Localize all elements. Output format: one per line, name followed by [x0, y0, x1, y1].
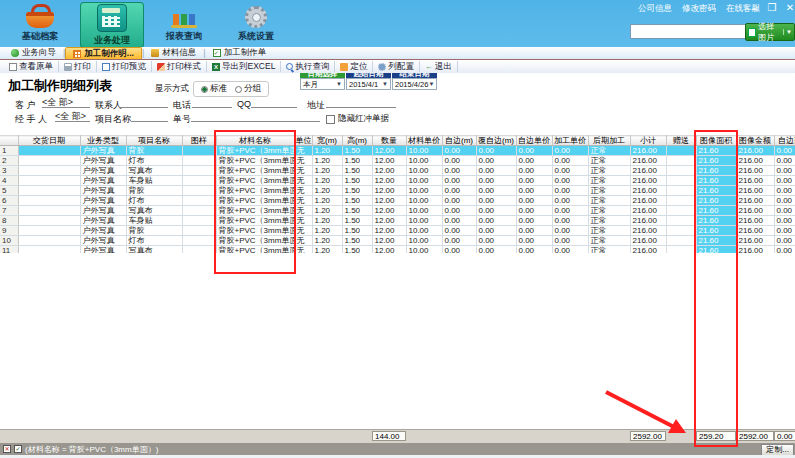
- main-nav-item-2[interactable]: 报表查询: [152, 2, 216, 48]
- cell[interactable]: 0.00: [516, 146, 552, 156]
- cell[interactable]: 正常: [588, 226, 630, 236]
- cell[interactable]: 无: [294, 146, 312, 156]
- cell[interactable]: 正常: [588, 156, 630, 166]
- phone-field[interactable]: [192, 96, 232, 108]
- column-header-18[interactable]: 图像面积: [696, 136, 736, 146]
- cell[interactable]: 背胶: [126, 186, 182, 196]
- radio-grouped[interactable]: 分组: [235, 83, 261, 95]
- cell[interactable]: 12.00: [372, 206, 406, 216]
- cell[interactable]: [18, 156, 80, 166]
- cell[interactable]: 21.60: [696, 226, 736, 236]
- cell[interactable]: 正常: [588, 246, 630, 254]
- cell[interactable]: 11: [0, 246, 18, 254]
- cell[interactable]: 正常: [588, 146, 630, 156]
- cell[interactable]: [18, 186, 80, 196]
- cell[interactable]: 216.00: [736, 236, 774, 246]
- toolbar-button-5[interactable]: 执行查询: [281, 61, 335, 72]
- cell[interactable]: 背胶+PVC（3mm单面）: [216, 186, 294, 196]
- cell[interactable]: 0.00: [476, 226, 516, 236]
- cell[interactable]: 无: [294, 226, 312, 236]
- cell[interactable]: [666, 146, 696, 156]
- cell[interactable]: 0.00: [552, 196, 588, 206]
- cell[interactable]: 正常: [588, 166, 630, 176]
- cell[interactable]: 0.00: [774, 146, 795, 156]
- cell[interactable]: 10.00: [406, 146, 442, 156]
- cell[interactable]: 户外写真: [80, 196, 126, 206]
- cell[interactable]: 0.00: [774, 246, 795, 254]
- minimize-button[interactable]: －: [748, 2, 760, 16]
- cell[interactable]: 车身贴: [126, 216, 182, 226]
- cell[interactable]: 写真布: [126, 166, 182, 176]
- cell[interactable]: 1.20: [312, 236, 342, 246]
- column-header-6[interactable]: 单位: [294, 136, 312, 146]
- cell[interactable]: 12.00: [372, 186, 406, 196]
- chevron-down-icon[interactable]: ▼: [783, 29, 792, 35]
- cell[interactable]: 12.00: [372, 216, 406, 226]
- column-header-19[interactable]: 图像金额: [736, 136, 774, 146]
- cell[interactable]: 1.20: [312, 196, 342, 206]
- cell[interactable]: 灯布: [126, 156, 182, 166]
- cell[interactable]: 1.20: [312, 226, 342, 236]
- table-row[interactable]: 5户外写真背胶背胶+PVC（3mm单面）无1.201.5012.0010.000…: [0, 186, 795, 196]
- cell[interactable]: 0.00: [516, 226, 552, 236]
- cell[interactable]: 10: [0, 236, 18, 246]
- column-header-11[interactable]: 自边(m): [442, 136, 476, 146]
- cell[interactable]: 1.50: [342, 236, 372, 246]
- cell[interactable]: 216.00: [736, 246, 774, 254]
- cell[interactable]: [18, 176, 80, 186]
- cell[interactable]: 216.00: [736, 186, 774, 196]
- column-header-0[interactable]: [0, 136, 18, 146]
- cell[interactable]: 0.00: [442, 146, 476, 156]
- cell[interactable]: 10.00: [406, 176, 442, 186]
- cell[interactable]: 0.00: [774, 166, 795, 176]
- cell[interactable]: 216.00: [630, 156, 666, 166]
- column-header-4[interactable]: 图样: [182, 136, 216, 146]
- cell[interactable]: [666, 226, 696, 236]
- cell[interactable]: 正常: [588, 176, 630, 186]
- cell[interactable]: [182, 236, 216, 246]
- cell[interactable]: 5: [0, 186, 18, 196]
- cell[interactable]: [666, 206, 696, 216]
- cell[interactable]: [666, 236, 696, 246]
- cell[interactable]: 12.00: [372, 236, 406, 246]
- cell[interactable]: 216.00: [630, 166, 666, 176]
- cell[interactable]: [666, 216, 696, 226]
- cell[interactable]: 21.60: [696, 176, 736, 186]
- cell[interactable]: 12.00: [372, 226, 406, 236]
- cell[interactable]: 1.50: [342, 246, 372, 254]
- cell[interactable]: 10.00: [406, 206, 442, 216]
- cell[interactable]: 8: [0, 216, 18, 226]
- cell[interactable]: 无: [294, 186, 312, 196]
- cell[interactable]: 背胶: [126, 226, 182, 236]
- cell[interactable]: 216.00: [630, 146, 666, 156]
- cell[interactable]: 背胶+PVC（3mm单面）: [216, 206, 294, 216]
- cell[interactable]: 1.50: [342, 156, 372, 166]
- cell[interactable]: 12.00: [372, 196, 406, 206]
- cell[interactable]: 7: [0, 206, 18, 216]
- cell[interactable]: 10.00: [406, 166, 442, 176]
- cell[interactable]: 216.00: [736, 176, 774, 186]
- column-header-15[interactable]: 后期加工: [588, 136, 630, 146]
- cell[interactable]: 216.00: [736, 216, 774, 226]
- close-button[interactable]: ✕: [784, 2, 795, 16]
- select-image-button[interactable]: 选择图片 ▼: [745, 23, 795, 41]
- tab-2[interactable]: 材料信息: [144, 48, 203, 59]
- cell[interactable]: 0.00: [774, 186, 795, 196]
- cell[interactable]: 无: [294, 176, 312, 186]
- toolbar-button-1[interactable]: 打印: [59, 61, 97, 72]
- cell[interactable]: 0.00: [552, 156, 588, 166]
- cell[interactable]: 正常: [588, 216, 630, 226]
- cell[interactable]: 背胶+PVC（3mm单面）: [216, 176, 294, 186]
- cell[interactable]: 1.20: [312, 146, 342, 156]
- cell[interactable]: 216.00: [630, 186, 666, 196]
- cell[interactable]: 3: [0, 166, 18, 176]
- project-name-field[interactable]: [131, 110, 168, 122]
- cell[interactable]: 0.00: [442, 236, 476, 246]
- cell[interactable]: [18, 206, 80, 216]
- change-password-link[interactable]: 修改密码: [682, 3, 716, 15]
- cell[interactable]: 0.00: [516, 196, 552, 206]
- cell[interactable]: 1.50: [342, 206, 372, 216]
- cell[interactable]: 0.00: [774, 226, 795, 236]
- cell[interactable]: 216.00: [630, 176, 666, 186]
- cell[interactable]: 21.60: [696, 156, 736, 166]
